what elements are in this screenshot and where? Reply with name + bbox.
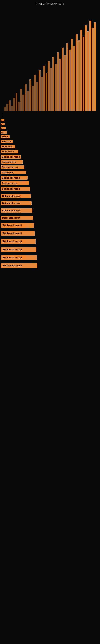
row-spacer [1,262,99,263]
chart-bars [4,14,96,111]
row-spacer [1,270,99,271]
bottleneck-result-badge[interactable]: B [1,123,5,125]
bottleneck-result-badge[interactable]: B [1,119,4,121]
list-item: B [1,123,99,125]
list-item: Bottleneck result [1,187,99,191]
bottleneck-result-badge[interactable]: Bottleneck res [1,181,29,185]
bottleneck-result-badge[interactable]: Bottleneck result [1,155,21,158]
chart-bar [94,22,96,111]
row-spacer [1,238,99,239]
chart-bar [6,104,8,111]
list-item: Bottleneck result [1,155,99,158]
bottleneck-result-badge[interactable]: Bottleneck result [1,208,32,212]
bottleneck-result-badge[interactable]: Bottleneck result [1,194,31,198]
bottleneck-result-badge[interactable]: Bottleneck result [1,216,33,220]
chart-bar [13,98,15,111]
chart-bar [89,20,91,111]
chart-bar [46,73,48,111]
bottleneck-result-badge[interactable]: Bottleneck result [1,255,37,260]
list-item: Bottlen [1,135,99,138]
bottleneck-result-badge[interactable]: Bottleneck result [1,263,37,268]
bottleneck-result-badge[interactable]: Bottleneck result [1,231,35,236]
row-spacer [1,230,99,231]
chart-bar [62,48,64,111]
row-spacer [1,254,99,255]
bottleneck-result-badge[interactable]: Bottleneck result [1,187,30,191]
list-item: Bo [1,131,99,134]
chart-area [0,6,100,111]
chart-bar [27,91,29,111]
bottleneck-result-badge[interactable]: Bottleneck result [1,176,28,180]
bottleneck-result-badge[interactable]: Bottlen [1,135,10,138]
chart-bar [50,68,52,111]
chart-bar [34,75,36,111]
chart-bar [4,107,6,111]
bottleneck-result-badge[interactable]: Bottleneck resu [1,166,24,169]
list-item: Bottleneck [1,145,99,148]
chart-bar [29,80,31,111]
row-spacer [1,200,99,201]
chart-bar [41,77,43,111]
bottleneck-result-badge[interactable]: Bottleneck r [1,140,13,143]
row-spacer [1,246,99,247]
bottleneck-result-badge[interactable]: Bottleneck result [1,239,36,244]
list-item: Bottleneck [1,171,99,174]
chart-bar [32,86,34,111]
list-item: Bottleneck res [1,181,99,185]
row-spacer [1,192,99,194]
list-item: B [1,119,99,121]
list-item: Bottleneck re [1,160,99,164]
bottleneck-result-badge[interactable]: Bo [1,131,7,134]
bottleneck-result-badge[interactable]: Bottleneck result [1,247,36,252]
chart-bar [78,40,80,111]
bottleneck-result-badge[interactable]: Bottleneck [1,145,15,148]
results-list: BBBoBoBottlenBottleneck rBottleneckBottl… [0,113,100,271]
chart-bar [52,57,54,111]
list-item: Bottleneck result [1,208,99,212]
chart-bar [69,50,71,111]
bottleneck-result-badge[interactable]: Bo [1,127,6,130]
list-item: Bottleneck re [1,150,99,153]
bottleneck-result-badge[interactable]: Bottleneck re [1,160,23,164]
list-item: Bottleneck result [1,239,99,244]
row-spacer [1,222,99,223]
list-item: Bottleneck result [1,263,99,268]
chart-bar [71,39,73,111]
list-item: Bo [1,127,99,130]
chart-bar [9,100,11,111]
chart-bar [83,37,85,111]
chart-bar [20,88,22,111]
chart-bar [64,55,66,111]
chart-bar [11,106,13,111]
bottleneck-result-badge[interactable]: Bottleneck [1,171,26,174]
list-item: Bottleneck result [1,194,99,198]
list-item: Bottleneck r [1,140,99,143]
chart-bar [43,66,45,111]
bottleneck-result-badge[interactable]: Bottleneck result [1,201,32,205]
chart-bar [48,62,50,111]
list-item: Bottleneck result [1,247,99,252]
chart-bar [16,93,18,111]
bottleneck-result-badge[interactable]: Bottleneck re [1,150,18,153]
bottleneck-result-badge[interactable]: Bottleneck result [1,223,34,228]
chart-bar [39,70,41,111]
chart-bar [36,82,38,111]
chart-bar [59,58,61,111]
chart-bar [66,43,68,111]
chart-bar [57,52,59,111]
chart-bar [80,30,82,111]
chart-bar [85,25,87,111]
list-item: Bottleneck result [1,255,99,260]
chart-bar [87,32,89,111]
chart-bar [92,28,94,111]
list-item: Bottleneck result [1,223,99,228]
list-item: Bottleneck result [1,216,99,220]
list-item: Bottleneck resu [1,166,99,169]
list-item: Bottleneck result [1,176,99,180]
list-item: Bottleneck result [1,231,99,236]
text-cursor [2,113,2,117]
site-title: TheBottlenecker.com [0,0,100,6]
chart-bar [18,102,20,111]
row-spacer [1,207,99,208]
chart-bar [55,64,57,111]
